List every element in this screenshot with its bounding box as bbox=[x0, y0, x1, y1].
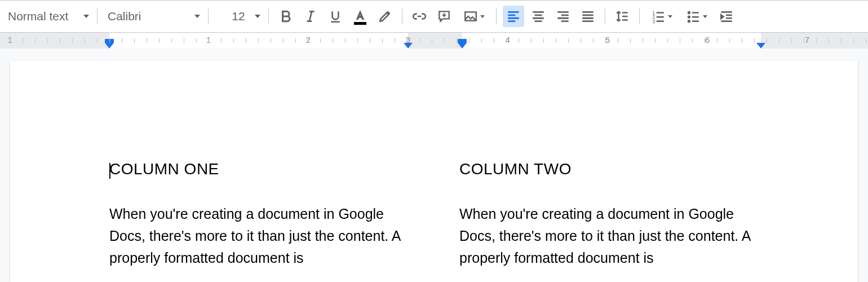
ruler-tick bbox=[866, 38, 866, 43]
ruler-tick bbox=[407, 38, 408, 43]
ruler-margin-left bbox=[0, 33, 109, 49]
ruler-tick bbox=[184, 38, 184, 43]
font-family-dropdown[interactable]: Calibri bbox=[102, 6, 203, 27]
ruler-tick bbox=[680, 38, 680, 43]
ruler-tick bbox=[320, 38, 321, 43]
comment-plus-icon bbox=[437, 9, 451, 24]
ruler-tick bbox=[60, 38, 60, 43]
svg-point-5 bbox=[688, 16, 690, 18]
ruler-tick bbox=[308, 38, 308, 43]
ruler-tick bbox=[705, 38, 705, 43]
align-left-icon bbox=[506, 9, 521, 24]
ruler-tick bbox=[481, 38, 482, 43]
right-indent-marker[interactable] bbox=[404, 43, 413, 49]
column-one-heading-text: COLUMN ONE bbox=[109, 160, 219, 178]
first-line-indent-marker[interactable] bbox=[458, 39, 467, 43]
chevron-down-icon bbox=[83, 15, 89, 18]
ruler-tick bbox=[618, 38, 618, 43]
ruler-tick bbox=[345, 38, 346, 43]
ruler-tick bbox=[841, 38, 842, 43]
ruler-margin-right bbox=[761, 33, 868, 49]
ruler-tick bbox=[556, 38, 556, 43]
ruler-tick bbox=[159, 38, 160, 43]
highlight-button[interactable] bbox=[374, 6, 396, 27]
chevron-down-icon bbox=[703, 15, 707, 18]
ruler-tick bbox=[717, 38, 718, 43]
italic-button[interactable] bbox=[300, 6, 321, 27]
ruler-tick bbox=[767, 38, 767, 43]
left-indent-marker[interactable] bbox=[458, 43, 467, 49]
separator bbox=[605, 8, 605, 24]
ruler-tick bbox=[581, 38, 581, 43]
ruler-tick bbox=[457, 38, 457, 43]
column-one-heading[interactable]: COLUMN ONE bbox=[109, 160, 409, 178]
column-two-body[interactable]: When you're creating a document in Googl… bbox=[459, 203, 759, 268]
ruler-tick bbox=[779, 38, 780, 43]
formatting-toolbar: Normal text Calibri 12 bbox=[0, 0, 868, 33]
separator bbox=[97, 8, 98, 24]
ruler-tick bbox=[333, 38, 333, 43]
font-size-label: 12 bbox=[232, 10, 245, 23]
text-cursor bbox=[109, 163, 110, 179]
insert-link-button[interactable] bbox=[409, 6, 430, 27]
column-one-body[interactable]: When you're creating a document in Googl… bbox=[109, 203, 409, 268]
line-spacing-icon bbox=[615, 9, 630, 24]
document-canvas: COLUMN ONE When you're creating a docume… bbox=[0, 49, 868, 282]
ruler-tick bbox=[147, 38, 147, 43]
ruler-tick bbox=[47, 38, 48, 43]
ruler-tick bbox=[667, 38, 668, 43]
ruler-tick bbox=[109, 38, 110, 43]
align-right-button[interactable] bbox=[552, 6, 574, 27]
ruler-tick bbox=[444, 38, 445, 43]
paragraph-style-dropdown[interactable]: Normal text bbox=[2, 6, 92, 27]
column-two[interactable]: COLUMN TWO When you're creating a docume… bbox=[459, 160, 759, 268]
text-color-button[interactable] bbox=[349, 6, 371, 27]
numbered-list-button[interactable]: 123 bbox=[646, 6, 677, 27]
ruler-tick bbox=[531, 38, 532, 43]
ruler-tick bbox=[171, 38, 172, 43]
text-color-swatch bbox=[354, 22, 366, 25]
link-icon bbox=[412, 9, 427, 24]
ruler-tick bbox=[506, 38, 507, 43]
separator bbox=[496, 8, 497, 24]
underline-button[interactable] bbox=[325, 6, 346, 27]
ruler-tick bbox=[221, 38, 222, 43]
bold-button[interactable] bbox=[275, 6, 296, 27]
document-page[interactable]: COLUMN ONE When you're creating a docume… bbox=[10, 61, 858, 282]
left-indent-marker[interactable] bbox=[105, 43, 114, 49]
font-size-dropdown[interactable]: 12 bbox=[213, 6, 264, 27]
ruler-tick bbox=[543, 38, 544, 43]
column-layout: COLUMN ONE When you're creating a docume… bbox=[109, 160, 759, 268]
ruler-tick bbox=[853, 38, 854, 43]
ruler-tick bbox=[791, 38, 792, 43]
ruler-tick bbox=[469, 38, 470, 43]
ruler-tick bbox=[419, 38, 420, 43]
separator bbox=[639, 8, 640, 24]
insert-image-button[interactable] bbox=[458, 6, 490, 27]
align-justify-button[interactable] bbox=[577, 6, 599, 27]
svg-point-4 bbox=[688, 11, 690, 14]
column-one[interactable]: COLUMN ONE When you're creating a docume… bbox=[109, 160, 409, 268]
font-family-label: Calibri bbox=[108, 10, 141, 23]
column-two-heading[interactable]: COLUMN TWO bbox=[459, 160, 759, 178]
ruler-tick bbox=[283, 38, 284, 43]
svg-text:3: 3 bbox=[652, 19, 655, 24]
numbered-list-icon: 123 bbox=[651, 9, 666, 24]
ruler-tick bbox=[122, 38, 122, 43]
horizontal-ruler[interactable]: 1 1 2 3 4 5 6 7 bbox=[0, 33, 868, 49]
decrease-indent-button[interactable] bbox=[716, 6, 737, 27]
ruler-tick bbox=[258, 38, 259, 43]
image-icon bbox=[463, 9, 478, 24]
ruler-tick bbox=[23, 38, 23, 43]
bulleted-list-button[interactable] bbox=[681, 6, 712, 27]
insert-comment-button[interactable] bbox=[433, 6, 455, 27]
line-spacing-button[interactable] bbox=[612, 6, 633, 27]
ruler-tick bbox=[72, 38, 73, 43]
align-left-button[interactable] bbox=[503, 6, 524, 27]
right-indent-marker[interactable] bbox=[756, 43, 765, 49]
paragraph-style-label: Normal text bbox=[8, 10, 68, 23]
align-center-button[interactable] bbox=[528, 6, 549, 27]
separator bbox=[208, 8, 209, 24]
ruler-tick bbox=[395, 38, 395, 43]
separator bbox=[268, 8, 269, 24]
